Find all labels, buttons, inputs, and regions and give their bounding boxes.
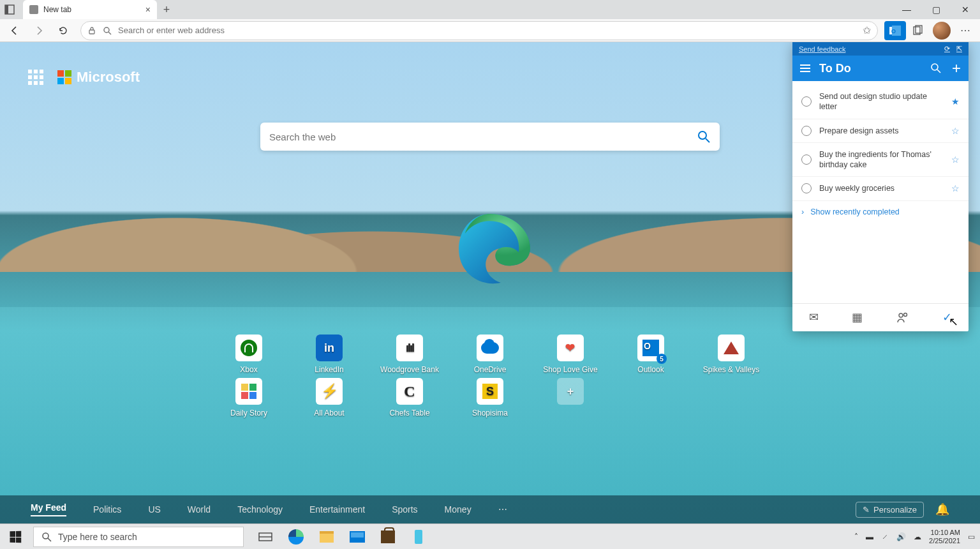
taskbar-explorer[interactable] bbox=[313, 524, 341, 550]
forward-button[interactable] bbox=[28, 21, 50, 40]
todo-list: Send out design studio update letter ★ P… bbox=[792, 81, 969, 227]
favorite-icon[interactable]: ✩ bbox=[863, 24, 871, 36]
todo-item[interactable]: Send out design studio update letter ★ bbox=[792, 85, 969, 119]
collections-button[interactable] bbox=[907, 21, 929, 40]
todo-item[interactable]: Buy weekly groceries ☆ bbox=[792, 177, 969, 200]
page-icon bbox=[29, 5, 38, 14]
tile-linkedin[interactable]: inLinkedIn bbox=[315, 335, 343, 374]
taskbar-search[interactable]: Type here to search bbox=[33, 527, 244, 547]
todo-item[interactable]: Prepare design assets ☆ bbox=[792, 119, 969, 143]
svg-text:O: O bbox=[891, 28, 896, 34]
close-tab-icon[interactable]: × bbox=[145, 4, 151, 15]
taskbar-phone[interactable] bbox=[405, 524, 433, 550]
maximize-button[interactable]: ▢ bbox=[921, 0, 951, 19]
panel-popout-icon[interactable]: ⇱ bbox=[956, 45, 962, 53]
send-feedback-link[interactable]: Send feedback bbox=[799, 45, 845, 53]
feed-tab-money[interactable]: Money bbox=[445, 504, 471, 515]
star-icon[interactable]: ☆ bbox=[951, 126, 960, 136]
tab-actions-icon[interactable] bbox=[0, 0, 19, 19]
web-search-input[interactable] bbox=[269, 132, 697, 142]
minimize-button[interactable]: ― bbox=[892, 0, 921, 19]
search-submit-icon[interactable] bbox=[697, 130, 711, 144]
back-button[interactable] bbox=[4, 21, 26, 40]
tile-shoplovegive[interactable]: ❤Shop Love Give bbox=[543, 335, 597, 374]
checkbox-icon[interactable] bbox=[801, 154, 812, 165]
feed-tab-us[interactable]: US bbox=[148, 504, 160, 515]
folder-icon bbox=[320, 531, 334, 543]
svg-rect-1 bbox=[5, 5, 8, 14]
tile-spikesvalleys[interactable]: Spikes & Valleys bbox=[703, 335, 759, 374]
star-icon[interactable]: ☆ bbox=[951, 183, 960, 193]
battery-icon[interactable]: ▬ bbox=[866, 532, 873, 541]
feed-tab-sports[interactable]: Sports bbox=[392, 504, 417, 515]
tray-chevron-icon[interactable]: ˄ bbox=[854, 532, 858, 541]
feed-tab-technology[interactable]: Technology bbox=[237, 504, 283, 515]
wifi-icon[interactable]: ⟋ bbox=[881, 532, 889, 541]
panel-refresh-icon[interactable]: ⟳ bbox=[944, 45, 950, 53]
feed-tab-world[interactable]: World bbox=[188, 504, 211, 515]
tile-outlook[interactable]: 5Outlook bbox=[637, 335, 664, 374]
address-input[interactable] bbox=[118, 26, 856, 35]
action-center-icon[interactable]: ▭ bbox=[968, 532, 975, 541]
tile-chefstable[interactable]: CChefs Table bbox=[389, 378, 429, 417]
tile-woodgrove[interactable]: ılılWoodgrove Bank bbox=[380, 335, 439, 374]
taskbar-mail[interactable] bbox=[343, 524, 371, 550]
site-info-icon[interactable] bbox=[87, 26, 96, 35]
todo-search-icon[interactable] bbox=[930, 63, 942, 74]
todo-title: To Do bbox=[819, 62, 851, 75]
address-bar[interactable]: ✩ bbox=[80, 21, 878, 40]
plus-icon: + bbox=[557, 378, 584, 405]
star-icon[interactable]: ★ bbox=[951, 96, 960, 107]
onedrive-tray-icon[interactable]: ☁ bbox=[914, 532, 921, 541]
web-search-box[interactable] bbox=[260, 123, 720, 151]
todo-item[interactable]: Buy the ingredients for Thomas' birthday… bbox=[792, 143, 969, 177]
app-launcher-icon[interactable] bbox=[28, 70, 43, 85]
edge-logo bbox=[445, 209, 535, 299]
notifications-icon[interactable]: 🔔 bbox=[935, 502, 949, 516]
feed-tab-entertainment[interactable]: Entertainment bbox=[309, 504, 365, 515]
tile-xbox[interactable]: Xbox bbox=[235, 335, 262, 374]
svg-point-16 bbox=[43, 533, 48, 539]
checkbox-icon[interactable] bbox=[801, 183, 812, 193]
close-window-button[interactable]: ✕ bbox=[951, 0, 980, 19]
browser-tab[interactable]: New tab × bbox=[23, 0, 157, 19]
todo-header: To Do + bbox=[792, 56, 969, 81]
outlook-extension-button[interactable]: O bbox=[884, 21, 906, 40]
star-icon[interactable]: ☆ bbox=[951, 154, 960, 165]
microsoft-logo: Microsoft bbox=[57, 69, 140, 86]
checkbox-icon[interactable] bbox=[801, 96, 812, 107]
more-menu-button[interactable]: ⋯ bbox=[954, 21, 976, 40]
profile-avatar[interactable] bbox=[933, 22, 951, 40]
refresh-button[interactable] bbox=[52, 21, 74, 40]
svg-point-3 bbox=[104, 27, 109, 33]
clock[interactable]: 10:10 AM 2/25/2021 bbox=[929, 529, 960, 544]
menu-icon[interactable] bbox=[800, 64, 810, 72]
tile-shopisima[interactable]: SShopisima bbox=[472, 378, 508, 417]
feed-tab-myfeed[interactable]: My Feed bbox=[31, 502, 66, 516]
todo-nav-icon[interactable]: ✓ bbox=[942, 310, 952, 324]
calendar-icon[interactable]: ▦ bbox=[852, 310, 863, 324]
personalize-button[interactable]: ✎Personalize bbox=[856, 502, 924, 518]
brand-text: Microsoft bbox=[77, 69, 140, 86]
new-tab-button[interactable]: + bbox=[157, 0, 176, 19]
todo-add-icon[interactable]: + bbox=[952, 59, 961, 77]
feed-more-button[interactable]: ⋯ bbox=[498, 504, 507, 515]
feed-tab-politics[interactable]: Politics bbox=[93, 504, 121, 515]
search-icon bbox=[41, 532, 52, 542]
taskbar-store[interactable] bbox=[374, 524, 402, 550]
notification-badge: 5 bbox=[657, 354, 667, 364]
tile-allabout[interactable]: ⚡All About bbox=[314, 378, 344, 417]
svg-line-4 bbox=[108, 32, 111, 34]
taskbar-edge[interactable] bbox=[282, 524, 310, 550]
people-icon[interactable] bbox=[896, 311, 909, 324]
mail-icon[interactable]: ✉ bbox=[809, 310, 819, 324]
tile-dailystory[interactable]: Daily Story bbox=[230, 378, 267, 417]
add-tile-button[interactable]: + bbox=[557, 378, 584, 417]
pencil-icon: ✎ bbox=[863, 505, 870, 515]
start-button[interactable] bbox=[0, 524, 31, 550]
show-completed-link[interactable]: › Show recently completed bbox=[792, 201, 969, 223]
checkbox-icon[interactable] bbox=[801, 126, 812, 136]
volume-icon[interactable]: 🔊 bbox=[896, 532, 906, 541]
task-view-button[interactable] bbox=[251, 524, 279, 550]
tile-onedrive[interactable]: OneDrive bbox=[474, 335, 507, 374]
